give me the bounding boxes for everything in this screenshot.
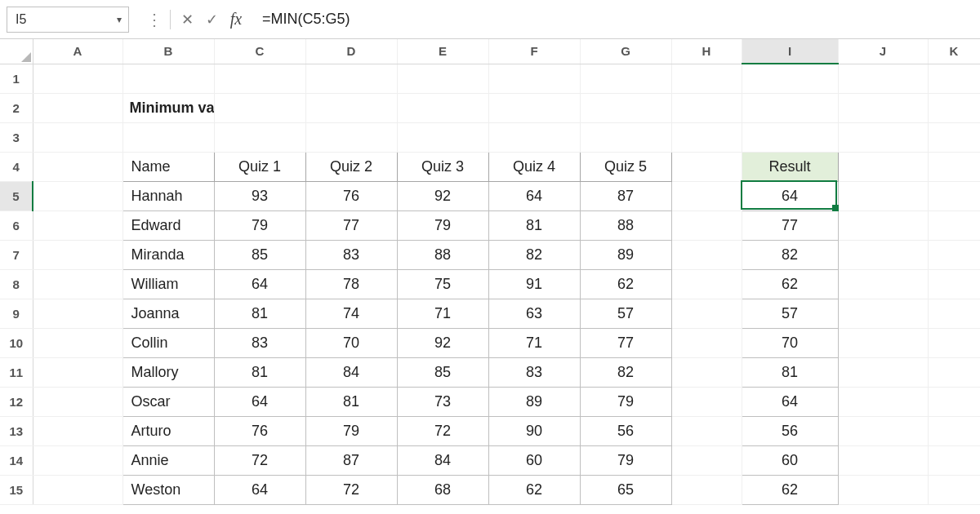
row-header-12[interactable]: 12 (0, 387, 33, 416)
quiz-cell[interactable]: 77 (580, 328, 671, 357)
cell-J5[interactable] (838, 181, 928, 210)
cell-J1[interactable] (838, 64, 928, 93)
quiz-cell[interactable]: 81 (214, 299, 305, 328)
quiz-cell[interactable]: 75 (397, 269, 488, 299)
quiz-cell[interactable]: 85 (214, 240, 305, 269)
quiz-cell[interactable]: 76 (305, 181, 397, 210)
cell-J12[interactable] (838, 387, 928, 416)
cell-A11[interactable] (33, 357, 122, 387)
quiz-cell[interactable]: 81 (488, 210, 580, 240)
col-header-F[interactable]: F (488, 39, 580, 64)
cell-K13[interactable] (928, 416, 980, 445)
cell-C2[interactable] (214, 93, 305, 122)
cell-B1[interactable] (122, 64, 214, 93)
col-header-I[interactable]: I (742, 39, 838, 64)
cell-D2[interactable] (305, 93, 397, 122)
cell-H2[interactable] (671, 93, 742, 122)
cell-A2[interactable] (33, 93, 122, 122)
cell-A12[interactable] (33, 387, 122, 416)
result-cell[interactable]: 81 (742, 357, 838, 387)
name-cell[interactable]: Annie (122, 445, 214, 475)
cell-H5[interactable] (671, 181, 742, 210)
quiz-cell[interactable]: 79 (580, 387, 671, 416)
name-cell[interactable]: Edward (122, 210, 214, 240)
cell-K10[interactable] (928, 328, 980, 357)
quiz-cell[interactable]: 88 (580, 210, 671, 240)
cell-I3[interactable] (742, 122, 838, 152)
quiz-cell[interactable]: 79 (305, 416, 397, 445)
name-box[interactable]: I5 ▾ (7, 7, 129, 33)
cell-A8[interactable] (33, 269, 122, 299)
row-header-5[interactable]: 5 (0, 181, 33, 210)
cell-I1[interactable] (742, 64, 838, 93)
row-header-15[interactable]: 15 (0, 475, 33, 504)
cell-J4[interactable] (838, 152, 928, 181)
cell-K11[interactable] (928, 357, 980, 387)
table-header[interactable]: Quiz 4 (488, 152, 580, 181)
cell-A14[interactable] (33, 445, 122, 475)
quiz-cell[interactable]: 93 (214, 181, 305, 210)
col-header-D[interactable]: D (305, 39, 397, 64)
col-header-B[interactable]: B (122, 39, 214, 64)
name-cell[interactable]: Arturo (122, 416, 214, 445)
quiz-cell[interactable]: 85 (397, 357, 488, 387)
quiz-cell[interactable]: 74 (305, 299, 397, 328)
quiz-cell[interactable]: 64 (214, 269, 305, 299)
quiz-cell[interactable]: 56 (580, 416, 671, 445)
cell-J11[interactable] (838, 357, 928, 387)
table-header[interactable]: Quiz 2 (305, 152, 397, 181)
cell-E2[interactable] (397, 93, 488, 122)
quiz-cell[interactable]: 64 (488, 181, 580, 210)
quiz-cell[interactable]: 72 (214, 445, 305, 475)
row-header-7[interactable]: 7 (0, 240, 33, 269)
result-cell[interactable]: 57 (742, 299, 838, 328)
result-header[interactable]: Result (742, 152, 838, 181)
cell-H7[interactable] (671, 240, 742, 269)
quiz-cell[interactable]: 76 (214, 416, 305, 445)
accept-icon[interactable]: ✓ (200, 8, 223, 31)
table-header[interactable]: Quiz 3 (397, 152, 488, 181)
quiz-cell[interactable]: 77 (305, 210, 397, 240)
cell-K12[interactable] (928, 387, 980, 416)
name-cell[interactable]: Joanna (122, 299, 214, 328)
cell-K6[interactable] (928, 210, 980, 240)
title-cell[interactable]: Minimum value (122, 93, 214, 122)
quiz-cell[interactable]: 87 (305, 445, 397, 475)
name-cell[interactable]: Collin (122, 328, 214, 357)
cell-D3[interactable] (305, 122, 397, 152)
cell-H9[interactable] (671, 299, 742, 328)
cell-H6[interactable] (671, 210, 742, 240)
cell-K1[interactable] (928, 64, 980, 93)
quiz-cell[interactable]: 82 (580, 357, 671, 387)
row-header-2[interactable]: 2 (0, 93, 33, 122)
cell-K9[interactable] (928, 299, 980, 328)
result-cell[interactable]: 77 (742, 210, 838, 240)
quiz-cell[interactable]: 84 (397, 445, 488, 475)
name-cell[interactable]: Miranda (122, 240, 214, 269)
cell-I2[interactable] (742, 93, 838, 122)
formula-input[interactable]: =MIN(C5:G5) (252, 7, 973, 33)
cell-J9[interactable] (838, 299, 928, 328)
row-header-8[interactable]: 8 (0, 269, 33, 299)
cell-H13[interactable] (671, 416, 742, 445)
row-header-3[interactable]: 3 (0, 122, 33, 152)
cell-A7[interactable] (33, 240, 122, 269)
cell-J14[interactable] (838, 445, 928, 475)
cell-F3[interactable] (488, 122, 580, 152)
cell-A15[interactable] (33, 475, 122, 504)
name-cell[interactable]: Oscar (122, 387, 214, 416)
quiz-cell[interactable]: 72 (397, 416, 488, 445)
quiz-cell[interactable]: 64 (214, 387, 305, 416)
cell-A5[interactable] (33, 181, 122, 210)
select-all-corner[interactable] (0, 39, 33, 64)
col-header-E[interactable]: E (397, 39, 488, 64)
result-cell[interactable]: 64 (742, 387, 838, 416)
cell-F1[interactable] (488, 64, 580, 93)
cell-H1[interactable] (671, 64, 742, 93)
quiz-cell[interactable]: 92 (397, 181, 488, 210)
quiz-cell[interactable]: 89 (488, 387, 580, 416)
col-header-A[interactable]: A (33, 39, 122, 64)
table-header[interactable]: Name (122, 152, 214, 181)
quiz-cell[interactable]: 57 (580, 299, 671, 328)
quiz-cell[interactable]: 81 (214, 357, 305, 387)
